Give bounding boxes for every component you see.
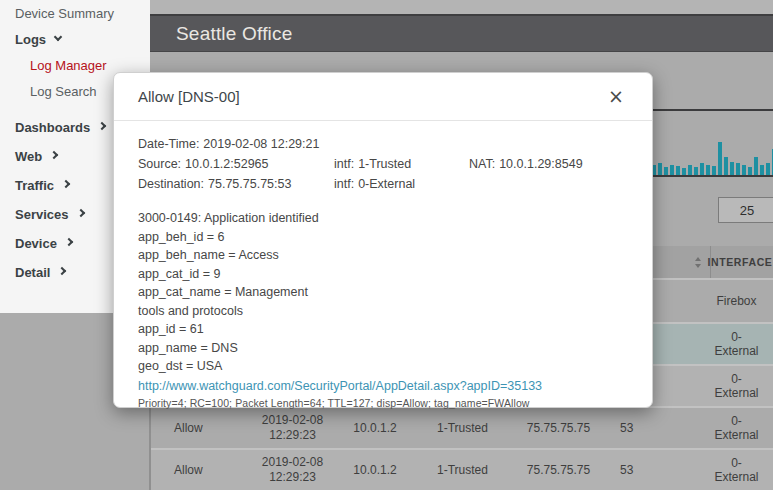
table-cell-src-interface: 1-Trusted <box>415 463 510 477</box>
log-detail-line: app_beh_id = 6 <box>138 228 628 247</box>
table-cell-src-interface: 1-Trusted <box>415 421 510 435</box>
chevron-right-icon <box>62 180 70 188</box>
chevron-right-icon <box>76 209 84 217</box>
log-detail-line: app_cat_name = Management <box>138 283 628 302</box>
sidebar-item-logs[interactable]: Logs <box>0 26 150 52</box>
table-row[interactable]: Allow2019-02-0812:29:2310.0.1.21-Trusted… <box>150 448 773 490</box>
chart-bar <box>670 165 674 175</box>
chart-bar <box>724 157 728 175</box>
log-detail-line: app_beh_name = Access <box>138 246 628 265</box>
table-cell-destination: 75.75.75.75 <box>510 463 607 477</box>
table-cell-datetime: 2019-02-0812:29:23 <box>250 455 335 485</box>
log-detail-line: app_cat_id = 9 <box>138 265 628 284</box>
table-cell-interface: 0-External <box>710 372 773 400</box>
close-icon[interactable]: × <box>604 85 628 108</box>
chart-bar <box>736 163 740 175</box>
sidebar-item-label: Device <box>15 236 57 251</box>
log-summary-grid: Date-Time:2019-02-08 12:29:21 Source:10.… <box>138 134 628 194</box>
log-destination: Destination:75.75.75.75:53 <box>138 174 334 194</box>
column-header-interface[interactable]: INTERFACE <box>710 246 773 278</box>
chevron-right-icon <box>58 267 66 275</box>
sidebar-item-label: Web <box>15 149 42 164</box>
chevron-right-icon <box>65 238 73 246</box>
dialog-header: Allow [DNS-00] × <box>114 73 652 121</box>
log-fine-print: Priority=4; RC=100; Packet Length=64; TT… <box>138 397 628 409</box>
log-detail-line: app_id = 61 <box>138 320 628 339</box>
dialog-body: Date-Time:2019-02-08 12:29:21 Source:10.… <box>114 121 652 409</box>
log-detail-line: 3000-0149: Application identified <box>138 209 628 228</box>
sidebar-item-label: Dashboards <box>15 120 90 135</box>
table-row[interactable]: Allow2019-02-0812:29:2310.0.1.21-Trusted… <box>150 406 773 448</box>
sidebar-item-device-summary[interactable]: Device Summary <box>0 0 150 26</box>
log-detail-line: app_name = DNS <box>138 339 628 358</box>
dialog-title: Allow [DNS-00] <box>138 88 240 105</box>
chart-bar <box>682 168 686 175</box>
log-source: Source:10.0.1.2:52965 <box>138 154 334 174</box>
log-datetime: Date-Time:2019-02-08 12:29:21 <box>138 134 628 154</box>
content-top-strip <box>150 0 773 14</box>
chevron-down-icon <box>54 33 62 41</box>
log-detail-line: tools and protocols <box>138 302 628 321</box>
log-destination-interface: intf:0-External <box>334 174 469 194</box>
sidebar-item-label: Device Summary <box>15 6 114 21</box>
sidebar-item-label: Log Manager <box>30 58 107 73</box>
sidebar-item-label: Logs <box>15 32 46 47</box>
chart-bar <box>700 163 704 175</box>
log-detail-line: geo_dst = USA <box>138 357 628 376</box>
security-portal-link[interactable]: http://www.watchguard.com/SecurityPortal… <box>138 377 628 396</box>
page-size-select[interactable]: 25 <box>718 197 773 223</box>
table-cell-action: Allow <box>150 463 250 477</box>
table-cell-port: 53 <box>607 463 710 477</box>
table-cell-source: 10.0.1.2 <box>335 463 415 477</box>
sidebar-item-label: Detail <box>15 265 50 280</box>
chart-bar <box>664 167 668 175</box>
chart-bar <box>712 166 716 175</box>
chart-bar <box>760 165 764 175</box>
chart-bar <box>718 142 722 175</box>
sort-icon[interactable] <box>695 257 701 268</box>
table-cell-interface: 0-External <box>710 330 773 358</box>
log-detail-dialog: Allow [DNS-00] × Date-Time:2019-02-08 12… <box>113 72 653 408</box>
log-nat: NAT:10.0.1.29:8549 <box>469 154 628 174</box>
sidebar-item-label: Log Search <box>30 84 97 99</box>
table-cell-port: 53 <box>607 421 710 435</box>
sidebar-item-label: Services <box>15 207 69 222</box>
table-cell-source: 10.0.1.2 <box>335 421 415 435</box>
chart-bar <box>748 167 752 175</box>
table-cell-interface: Firebox <box>710 294 773 308</box>
application-detail-block: 3000-0149: Application identifiedapp_beh… <box>138 209 628 376</box>
table-cell-action: Allow <box>150 421 250 435</box>
chevron-right-icon <box>98 122 106 130</box>
table-cell-interface: 0-External <box>710 456 773 484</box>
chart-bar <box>676 166 680 175</box>
sidebar-item-label: Traffic <box>15 178 54 193</box>
chart-bar <box>754 157 758 175</box>
chart-bar <box>688 165 692 175</box>
table-cell-datetime: 2019-02-0812:29:23 <box>250 413 335 443</box>
device-title: Seattle Office <box>176 23 293 45</box>
chart-bar <box>742 165 746 175</box>
chart-bar <box>766 163 770 175</box>
chevron-right-icon <box>50 151 58 159</box>
table-cell-interface: 0-External <box>710 414 773 442</box>
table-cell-destination: 75.75.75.75 <box>510 421 607 435</box>
device-titlebar: Seattle Office <box>150 14 773 52</box>
chart-bar <box>730 162 734 175</box>
chart-bar <box>658 163 662 175</box>
page-size-value: 25 <box>740 203 754 218</box>
log-source-interface: intf:1-Trusted <box>334 154 469 174</box>
chart-bar <box>706 165 710 175</box>
chart-bar <box>694 167 698 175</box>
